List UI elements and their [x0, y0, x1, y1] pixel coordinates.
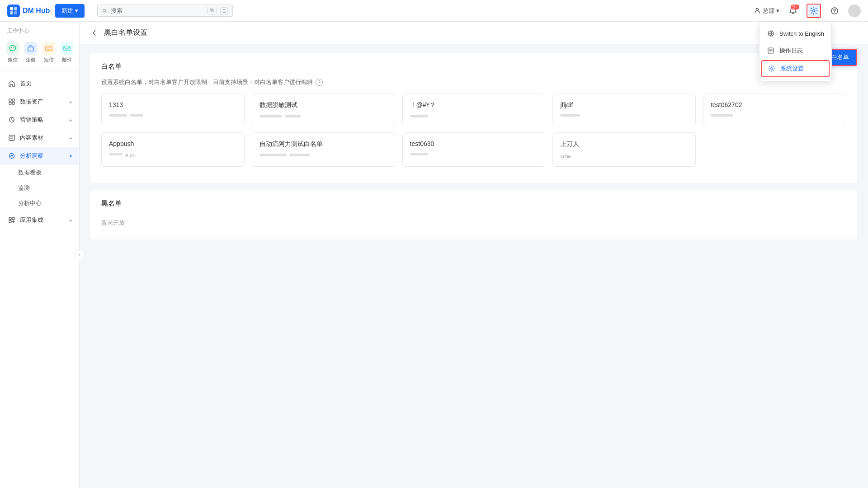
data-assets-label: 数据资产 [20, 98, 66, 106]
settings-dropdown: Switch to English 操作日志 系统设置 [759, 22, 832, 81]
sidebar-item-marketing[interactable]: 营销策略 ▸ [0, 111, 79, 129]
whitelist-card-test0630[interactable]: test0630 [402, 132, 546, 167]
svg-rect-13 [9, 99, 11, 101]
card-name: 数据脱敏测试 [259, 101, 387, 109]
sidebar: 工作中心 微信 企微 短信 邮件 [0, 22, 80, 488]
back-arrow-icon [90, 29, 99, 37]
data-assets-icon [7, 97, 16, 106]
whitelist-card-1313[interactable]: 1313 [101, 94, 245, 125]
svg-rect-14 [12, 99, 14, 101]
search-bar[interactable]: ⌘ E [97, 5, 233, 17]
sidebar-item-app-integration[interactable]: 应用集成 ▸ [0, 211, 79, 229]
sidebar-item-analysis-center[interactable]: 分析中心 [0, 196, 79, 211]
logo[interactable]: DM Hub [7, 5, 50, 17]
whitelist-card-autoflow[interactable]: 自动流阿力测试白名单 [252, 132, 395, 167]
sidebar-item-analytics[interactable]: 分析洞察 ▾ [0, 147, 79, 165]
card-name: test062702 [711, 101, 839, 108]
svg-point-25 [771, 68, 773, 70]
whitelist-card-wanren[interactable]: 上万人 sche... [552, 132, 696, 167]
help-btn[interactable] [827, 4, 842, 18]
card-tag [711, 114, 733, 117]
dept-icon [754, 7, 761, 14]
card-tag-text: sche... [560, 154, 575, 159]
svg-rect-15 [9, 102, 11, 104]
topnav-right: 总部 ▾ 9+ [754, 4, 861, 18]
card-tag [109, 114, 127, 117]
search-input[interactable] [111, 7, 203, 14]
card-tag [259, 115, 282, 117]
dropdown-item-sys-settings[interactable]: 系统设置 [761, 60, 830, 77]
card-tag [410, 115, 428, 117]
content-icon [7, 133, 16, 142]
marketing-icon [7, 115, 16, 124]
lang-switch-icon [767, 29, 775, 38]
back-button[interactable] [90, 29, 99, 37]
svg-rect-10 [28, 47, 33, 51]
svg-rect-20 [9, 217, 11, 220]
gear-icon [810, 7, 818, 15]
dropdown-item-op-log[interactable]: 操作日志 [760, 42, 831, 59]
settings-menu-icon [768, 65, 776, 73]
svg-rect-22 [9, 221, 11, 223]
top-navigation: DM Hub 新建 ▾ ⌘ E 总部 ▾ 9+ [0, 0, 868, 22]
search-shortcut-cmd: ⌘ [207, 7, 217, 14]
whitelist-card-jfijdif[interactable]: jfijdif [552, 94, 696, 125]
dept-selector[interactable]: 总部 ▾ [754, 7, 779, 15]
search-shortcut-e: E [220, 7, 228, 14]
sidebar-item-data-board[interactable]: 数据看板 [0, 165, 79, 180]
card-name: test0630 [410, 140, 538, 147]
card-tags [109, 114, 237, 117]
card-tag [560, 114, 580, 117]
info-icon[interactable]: ? [316, 79, 323, 86]
sidebar-nav: 首页 数据资产 ▸ 营销策略 ▸ 内容素材 ▸ 分析 [0, 71, 79, 488]
card-tags: Auto... [109, 153, 237, 158]
blacklist-section: 黑名单 暂未开放 [90, 190, 857, 239]
search-icon [102, 8, 107, 14]
sidebar-item-content[interactable]: 内容素材 ▸ [0, 129, 79, 147]
settings-btn[interactable] [807, 4, 821, 18]
svg-rect-18 [9, 135, 14, 141]
app-integration-icon [7, 216, 16, 225]
sidebar-item-monitor[interactable]: 监测 [0, 180, 79, 196]
avatar[interactable] [848, 5, 861, 17]
svg-rect-16 [12, 102, 14, 104]
dropdown-item-switch-lang[interactable]: Switch to English [760, 25, 831, 42]
svg-point-7 [813, 9, 815, 12]
logo-text: DM Hub [23, 7, 50, 15]
quick-app-enterprise[interactable]: 企微 [22, 40, 40, 65]
svg-rect-2 [10, 11, 13, 14]
whitelist-card-test062702[interactable]: test062702 [703, 94, 846, 125]
card-tags [259, 115, 387, 117]
card-name: Apppush [109, 140, 237, 147]
sidebar-item-home[interactable]: 首页 [0, 75, 79, 93]
card-tags [410, 153, 538, 155]
card-name: 上万人 [560, 140, 688, 148]
email-icon [61, 42, 73, 55]
whitelist-card-apppush[interactable]: Apppush Auto... [101, 132, 245, 167]
card-tags [410, 115, 538, 117]
sidebar-collapse-btn[interactable]: ‹ [74, 249, 85, 260]
quick-app-sms[interactable]: 短信 [40, 40, 58, 65]
new-button[interactable]: 新建 ▾ [55, 4, 85, 18]
whitelist-desc: 设置系统白名单，对白名单客户开放限制，目前支持场景：对白名单客户进行编辑 ? [101, 78, 846, 86]
help-icon [830, 7, 839, 15]
quick-app-wechat[interactable]: 微信 [4, 40, 22, 65]
card-tag-text: Auto... [125, 153, 140, 158]
notification-btn[interactable]: 9+ [786, 4, 800, 18]
svg-point-6 [756, 8, 759, 10]
page-title: 黑白名单设置 [104, 28, 147, 38]
card-tags [560, 114, 688, 117]
home-label: 首页 [20, 80, 72, 88]
sidebar-item-data-assets[interactable]: 数据资产 ▸ [0, 93, 79, 111]
card-tag [130, 114, 143, 117]
blacklist-title: 黑名单 [101, 199, 846, 208]
whitelist-cards-row2: Apppush Auto... 自动流阿力测试白名单 test0630 [101, 132, 846, 167]
sms-label: 短信 [44, 56, 54, 63]
content-area: 白名单 设置系统白名单，对白名单客户开放限制，目前支持场景：对白名单客户进行编辑… [80, 44, 868, 256]
card-name: ！@#¥？ [410, 101, 538, 109]
whitelist-card-datasens[interactable]: 数据脱敏测试 [252, 94, 395, 125]
quick-app-email[interactable]: 邮件 [58, 40, 76, 65]
card-tags: sche... [560, 154, 688, 159]
wechat-icon [6, 42, 19, 55]
whitelist-card-special[interactable]: ！@#¥？ [402, 94, 546, 125]
